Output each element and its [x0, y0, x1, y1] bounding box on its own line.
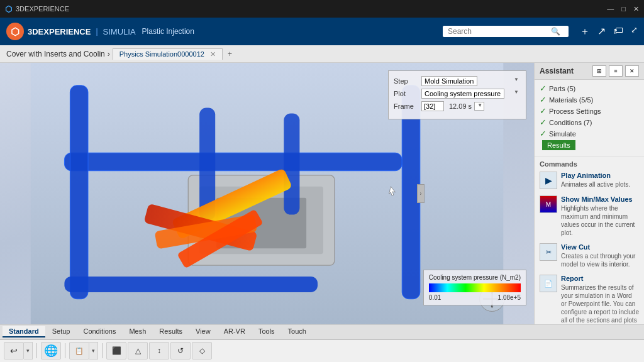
square-select-button[interactable]: ⬛: [106, 342, 126, 359]
undo-dropdown[interactable]: ▾: [24, 342, 33, 359]
titlebar: ⬡ 3DEXPERIENCE — □ ✕: [0, 0, 644, 18]
check-parts-icon: ✓: [540, 84, 547, 93]
legend-title: Cooling system pressure (N_m2): [429, 274, 521, 281]
shape-button[interactable]: ◇: [192, 342, 212, 359]
cmd-minmax[interactable]: M Show Min/Max Values Highlights where t…: [540, 195, 639, 237]
svg-rect-13: [171, 168, 292, 239]
move-button[interactable]: ↕: [149, 342, 169, 359]
close-assistant-button[interactable]: ✕: [625, 65, 639, 77]
checklist-conditions: ✓ Conditions (7): [540, 118, 639, 127]
viewport-3d[interactable]: Y X Z Step Mold Simulation Plot Cooling: [0, 63, 534, 324]
close-tab-icon[interactable]: ✕: [210, 50, 216, 58]
undo-button[interactable]: ↩: [4, 342, 24, 359]
cmd-minmax-name: Show Min/Max Values: [561, 195, 639, 203]
separator-2: [65, 343, 65, 358]
bottom-toolbar: Standard Setup Conditions Mesh Results V…: [0, 324, 644, 362]
cmd-report-text: Report Summarizes the results of your si…: [561, 275, 639, 324]
rotate-button[interactable]: ↺: [170, 342, 191, 359]
plot-select-wrap[interactable]: Cooling system pressure: [421, 89, 521, 99]
brand-name: 3DEXPERIENCE: [28, 27, 91, 36]
add-tab-button[interactable]: +: [228, 50, 232, 58]
checklist-results[interactable]: Results: [540, 140, 639, 150]
cmd-play-desc: Animates all active plots.: [561, 180, 639, 189]
frame-index-input[interactable]: [421, 101, 444, 111]
check-simulate-label: Simulate: [549, 130, 576, 138]
assistant-panel: Assistant ⊞ ≡ ✕ ✓ Parts (5) ✓ Materials …: [534, 63, 644, 324]
materials-button[interactable]: 🌐: [41, 342, 61, 359]
product-name: SIMULIA: [103, 27, 136, 36]
frame-row: Frame 12.09 s: [394, 101, 521, 111]
step-select[interactable]: Mold Simulation: [421, 76, 477, 86]
cursor: [389, 187, 396, 195]
svg-rect-4: [64, 153, 402, 171]
tag-icon[interactable]: 🏷: [613, 25, 623, 38]
topbar: ⬡ 3DEXPERIENCE | SIMULIA Plastic Injecti…: [0, 18, 644, 45]
tab-view[interactable]: View: [189, 326, 217, 337]
plot-select[interactable]: Cooling system pressure: [421, 89, 504, 99]
tab-setup[interactable]: Setup: [46, 326, 77, 337]
assistant-header-icons[interactable]: ⊞ ≡ ✕: [592, 65, 639, 77]
tab-tools[interactable]: Tools: [252, 326, 281, 337]
cmd-minmax-desc: Highlights where the maximum and minimum…: [561, 204, 639, 237]
close-button[interactable]: ✕: [633, 5, 639, 13]
svg-rect-2: [199, 187, 323, 254]
check-conditions-label: Conditions (7): [549, 119, 592, 126]
undo-group: ↩ ▾: [4, 342, 33, 359]
cmd-viewcut[interactable]: ✂ View Cut Creates a cut through your mo…: [540, 243, 639, 268]
titlebar-controls[interactable]: — □ ✕: [607, 5, 639, 13]
svg-rect-3: [216, 198, 306, 249]
svg-rect-7: [70, 85, 88, 299]
top-icons[interactable]: ＋ ↗ 🏷 ⤢: [580, 25, 638, 38]
separator: |: [96, 27, 97, 36]
maximize-button[interactable]: □: [621, 5, 626, 13]
checklist-materials: ✓ Materials (5/5): [540, 95, 639, 104]
results-active-badge[interactable]: Results: [542, 140, 575, 150]
step-select-wrap[interactable]: Mold Simulation: [421, 76, 521, 86]
active-tab[interactable]: Physics Simulation0000012 ✕: [113, 48, 223, 60]
breadcrumb-path: Cover with Inserts and Coolin: [6, 50, 105, 58]
check-materials-icon: ✓: [540, 95, 547, 104]
list-view-button[interactable]: ≡: [609, 65, 623, 77]
breadcrumb-bar: Cover with Inserts and Coolin › Physics …: [0, 45, 644, 63]
logo-area: ⬡ 3DEXPERIENCE | SIMULIA Plastic Injecti…: [6, 23, 194, 40]
share-icon[interactable]: ↗: [597, 25, 606, 38]
minimize-button[interactable]: —: [607, 5, 614, 13]
svg-rect-11: [199, 108, 215, 221]
panel-collapse-button[interactable]: ›: [417, 184, 425, 203]
svg-rect-10: [64, 277, 318, 292]
viewport-dropdown[interactable]: ▾: [89, 342, 98, 359]
search-bar[interactable]: 🔍: [443, 26, 569, 37]
svg-rect-1: [188, 175, 335, 265]
tab-conditions[interactable]: Conditions: [77, 326, 122, 337]
search-input[interactable]: [448, 27, 548, 36]
check-simulate-icon: ✓: [540, 129, 547, 138]
grid-view-button[interactable]: ⊞: [592, 65, 606, 77]
tab-ar-vr[interactable]: AR-VR: [218, 326, 252, 337]
expand-icon[interactable]: ⤢: [631, 25, 638, 38]
main-area: Y X Z Step Mold Simulation Plot Cooling: [0, 63, 644, 324]
cmd-play-text: Play Animation Animates all active plots…: [561, 172, 639, 189]
assistant-header: Assistant ⊞ ≡ ✕: [535, 63, 644, 80]
tab-standard[interactable]: Standard: [3, 326, 45, 337]
cmd-report[interactable]: 📄 Report Summarizes the results of your …: [540, 275, 639, 324]
triangle-button[interactable]: △: [128, 342, 148, 359]
report-icon: 📄: [540, 275, 557, 292]
svg-rect-5: [64, 153, 402, 171]
frame-select[interactable]: [474, 102, 484, 111]
color-legend: Cooling system pressure (N_m2) 0.01 1.08…: [423, 270, 526, 305]
viewport-button[interactable]: 📋: [69, 342, 89, 359]
add-icon[interactable]: ＋: [580, 25, 590, 38]
tab-touch[interactable]: Touch: [282, 326, 313, 337]
cmd-play-animation[interactable]: ▶ Play Animation Animates all active plo…: [540, 172, 639, 189]
legend-values: 0.01 1.08e+5: [429, 294, 521, 301]
titlebar-appname: 3DEXPERIENCE: [16, 5, 69, 13]
tab-mesh[interactable]: Mesh: [123, 326, 152, 337]
frame-select-wrap[interactable]: [474, 102, 484, 111]
svg-rect-12: [284, 114, 299, 215]
legend-min: 0.01: [429, 294, 441, 301]
tab-results[interactable]: Results: [153, 326, 189, 337]
minmax-icon: M: [540, 195, 557, 213]
frame-label: Frame: [394, 102, 419, 110]
checklist-parts: ✓ Parts (5): [540, 84, 639, 93]
cmd-viewcut-name: View Cut: [561, 243, 639, 251]
